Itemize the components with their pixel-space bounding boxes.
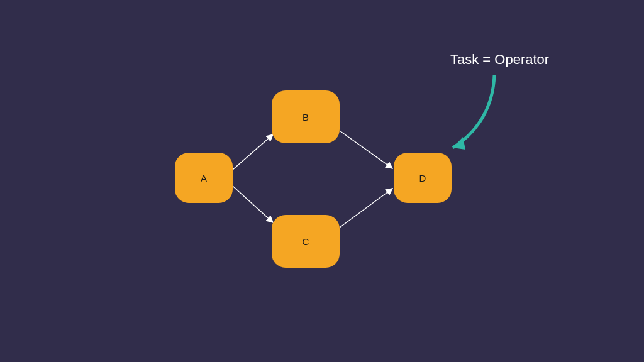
annotation-label: Task = Operator bbox=[450, 52, 549, 68]
node-d: D bbox=[394, 153, 452, 203]
annotation-arrowhead-icon bbox=[453, 137, 465, 150]
annotation-arrow bbox=[453, 75, 494, 148]
node-b: B bbox=[272, 90, 340, 143]
node-c: C bbox=[272, 215, 340, 268]
edge-c-d bbox=[340, 189, 392, 228]
edge-a-c bbox=[233, 186, 273, 222]
node-b-label: B bbox=[303, 112, 309, 123]
edge-b-d bbox=[340, 131, 392, 168]
diagram-canvas: A B C D Task = Operator bbox=[0, 0, 644, 362]
edge-a-b bbox=[233, 134, 273, 170]
node-d-label: D bbox=[419, 173, 426, 184]
node-a-label: A bbox=[201, 173, 207, 184]
node-a: A bbox=[175, 153, 233, 203]
node-c-label: C bbox=[303, 236, 309, 247]
